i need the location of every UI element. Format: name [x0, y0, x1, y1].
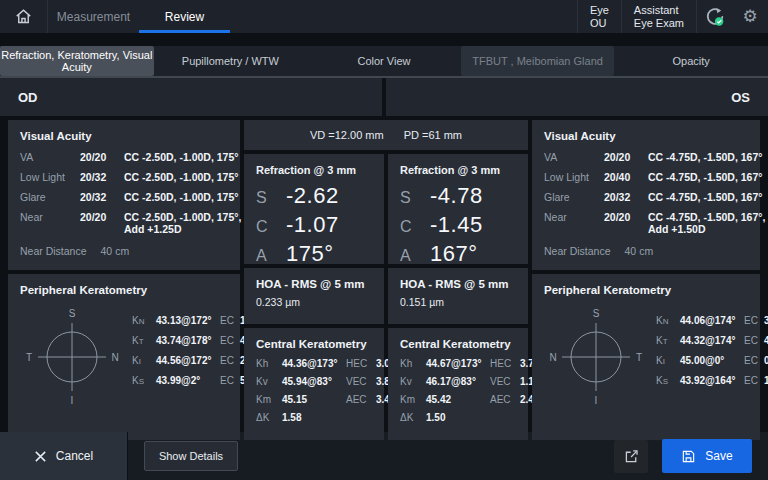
od-keratometry-compass-icon: S T N I: [20, 305, 124, 409]
assistant-eye-exam-selector[interactable]: Assistant Eye Exam: [621, 0, 696, 33]
panel-title: Refraction @ 3 mm: [256, 164, 372, 176]
vd-pd-bar: VD =12.00 mm PD =61 mm: [244, 120, 528, 150]
svg-text:I: I: [595, 395, 598, 406]
subtab-opacity[interactable]: Opacity: [614, 46, 768, 76]
svg-text:T: T: [636, 352, 642, 363]
keratometry-row: KI 45.00@0° EC 0.76: [656, 355, 768, 366]
keratometry-row: KT 44.32@174° EC 4.22: [656, 335, 768, 346]
od-refraction-panel: Refraction @ 3 mm S-2.62 C-1.07 A175°: [244, 154, 384, 264]
near-distance-row: Near Distance40 cm: [20, 245, 228, 257]
top-nav-spacer: [230, 0, 577, 33]
keratometry-row: KN 44.06@174° EC 3.30: [656, 315, 768, 326]
panel-title: Visual Acuity: [20, 130, 228, 142]
assistant-value: Eye Exam: [634, 17, 684, 30]
home-icon: [14, 7, 33, 26]
middle-column: VD =12.00 mm PD =61 mm Refraction @ 3 mm…: [244, 120, 528, 440]
od-central-keratometry-panel: Central Keratometry Kh44.36@173°HEC3.02 …: [244, 328, 384, 440]
tab-review[interactable]: Review: [139, 0, 230, 33]
va-row: Low Light20/40CC -4.75D, -1.50D, 167°: [544, 171, 748, 183]
panel-title: Peripheral Keratometry: [544, 284, 748, 296]
top-nav: Measurement Review Eye OU Assistant Eye …: [0, 0, 768, 33]
save-label: Save: [705, 449, 732, 463]
os-visual-acuity-panel: Visual Acuity VA20/20CC -4.75D, -1.50D, …: [532, 120, 760, 270]
export-icon: [623, 448, 640, 465]
review-subtabs: Refraction, Keratometry, Visual Acuity P…: [0, 46, 768, 78]
od-header: OD: [0, 78, 382, 116]
os-keratometry-compass-icon: S N T I: [544, 305, 648, 409]
near-add-value: Add +1.50D: [648, 223, 765, 235]
svg-text:N: N: [111, 352, 118, 363]
pd-value: PD =61 mm: [404, 129, 462, 141]
cancel-button[interactable]: Cancel: [0, 432, 128, 480]
show-details-button[interactable]: Show Details: [144, 441, 238, 471]
cancel-label: Cancel: [56, 449, 93, 463]
svg-text:N: N: [549, 352, 556, 363]
hoa-value: 0.233 µm: [256, 296, 372, 308]
svg-text:I: I: [71, 395, 74, 406]
x-icon: [34, 450, 47, 463]
eye-mode-selector[interactable]: Eye OU: [577, 0, 621, 33]
va-row: VA20/20CC -4.75D, -1.50D, 167°: [544, 151, 748, 163]
subtab-refraction-keratometry-visual-acuity[interactable]: Refraction, Keratometry, Visual Acuity: [0, 46, 154, 76]
panel-title: Refraction @ 3 mm: [400, 164, 516, 176]
panel-title: Visual Acuity: [544, 130, 748, 142]
settings-button[interactable]: ⚙: [732, 0, 768, 33]
keratometry-row: KI 44.56@172° EC 2.22: [132, 355, 259, 366]
va-row: Near20/20 CC -2.50D, -1.00D, 175°,Add +1…: [20, 211, 228, 235]
eye-mode-value: OU: [590, 17, 609, 30]
od-peripheral-keratometry-panel: Peripheral Keratometry S T N I KN 43.13@…: [8, 274, 240, 440]
od-visual-acuity-panel: Visual Acuity VA20/20CC -2.50D, -1.00D, …: [8, 120, 240, 270]
va-row: Low Light20/32CC -2.50D, -1.00D, 175°: [20, 171, 228, 183]
os-hoa-panel: HOA - RMS @ 5 mm 0.151 µm: [388, 268, 528, 324]
hoa-value: 0.151 µm: [400, 296, 516, 308]
near-add-value: Add +1.25D: [124, 223, 241, 235]
va-row: VA20/20CC -2.50D, -1.00D, 175°: [20, 151, 228, 163]
os-right-column: Visual Acuity VA20/20CC -4.75D, -1.50D, …: [532, 120, 760, 440]
svg-text:S: S: [69, 308, 76, 319]
floppy-icon: [681, 449, 696, 464]
keratometry-row: KS 43.99@2° EC 5.53: [132, 375, 259, 386]
top-divider-strip: [0, 33, 768, 46]
results-content: Visual Acuity VA20/20CC -2.50D, -1.00D, …: [0, 120, 768, 432]
subtab-color-view[interactable]: Color View: [307, 46, 461, 76]
va-row: Glare20/32CC -2.50D, -1.00D, 175°: [20, 191, 228, 203]
eye-header-row: OD OS: [0, 78, 768, 116]
va-row: Near20/20 CC -4.75D, -1.50D, 167°,Add +1…: [544, 211, 748, 235]
keratometry-row: KN 43.13@172° EC 1.25: [132, 315, 259, 326]
os-central-keratometry-panel: Central Keratometry Kh44.67@173°HEC3.76 …: [388, 328, 528, 440]
os-middle-column: Refraction @ 3 mm S-4.78 C-1.45 A167° HO…: [388, 154, 528, 440]
od-middle-column: Refraction @ 3 mm S-2.62 C-1.07 A175° HO…: [244, 154, 384, 440]
eye-mode-label: Eye: [590, 4, 609, 17]
panel-title: Peripheral Keratometry: [20, 284, 228, 296]
home-button[interactable]: [0, 0, 48, 33]
svg-text:T: T: [26, 352, 32, 363]
sync-status-icon: [704, 6, 726, 28]
subtab-pupillometry-wtw[interactable]: Pupillometry / WTW: [154, 46, 308, 76]
sync-status-button[interactable]: [696, 0, 732, 33]
od-left-column: Visual Acuity VA20/20CC -2.50D, -1.00D, …: [8, 120, 240, 440]
subtab-tfbut-meibomian-gland[interactable]: TFBUT , Meibomian Gland: [461, 46, 615, 76]
gear-icon: ⚙: [742, 6, 757, 27]
svg-text:S: S: [593, 308, 600, 319]
keratometry-row: KT 43.74@178° EC 4.79: [132, 335, 259, 346]
va-row: Glare20/32CC -4.75D, -1.50D, 167°: [544, 191, 748, 203]
os-header: OS: [386, 78, 768, 116]
assistant-label: Assistant: [634, 4, 684, 17]
os-peripheral-keratometry-panel: Peripheral Keratometry S N T I KN 44.06@…: [532, 274, 760, 440]
od-hoa-panel: HOA - RMS @ 5 mm 0.233 µm: [244, 268, 384, 324]
export-button[interactable]: [614, 440, 648, 473]
keratometry-row: KS 43.92@164° EC 1.45: [656, 375, 768, 386]
save-button[interactable]: Save: [662, 439, 752, 473]
near-distance-row: Near Distance40 cm: [544, 245, 748, 257]
vd-value: VD =12.00 mm: [310, 129, 384, 141]
os-refraction-panel: Refraction @ 3 mm S-4.78 C-1.45 A167°: [388, 154, 528, 264]
tab-measurement[interactable]: Measurement: [48, 0, 139, 33]
